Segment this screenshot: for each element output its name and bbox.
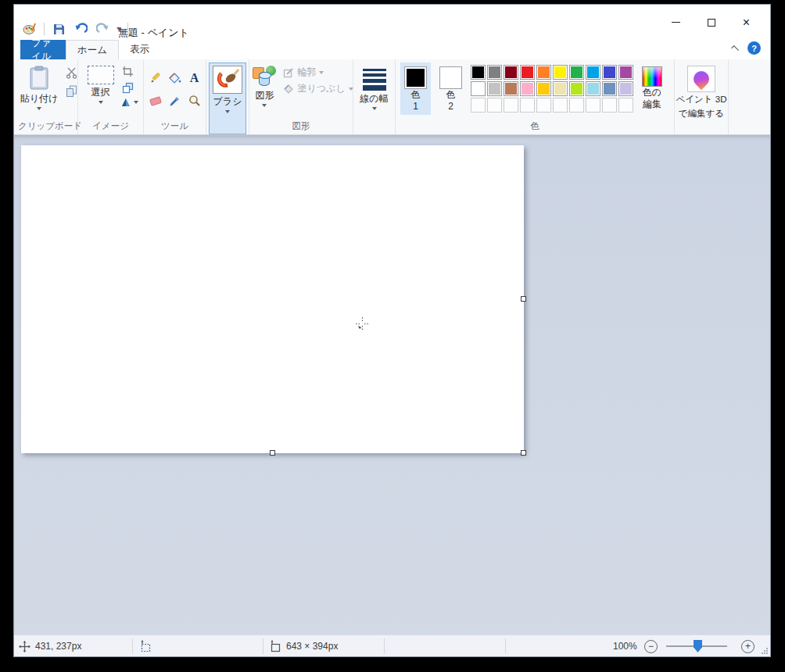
palette-swatch-empty[interactable] bbox=[520, 98, 535, 113]
dropdown-arrow-icon bbox=[262, 104, 267, 107]
paint3d-group: ペイント 3D で編集する bbox=[675, 59, 729, 134]
dropdown-arrow-icon bbox=[225, 110, 230, 113]
window-title: 無題 - ペイント bbox=[118, 26, 189, 40]
palette-swatch-empty[interactable] bbox=[586, 98, 600, 113]
select-button[interactable]: 選択 bbox=[84, 63, 118, 120]
palette-swatch-empty[interactable] bbox=[471, 98, 486, 113]
canvas-resize-handle-right[interactable] bbox=[521, 296, 526, 302]
palette-swatch[interactable] bbox=[536, 81, 551, 96]
palette-swatch[interactable] bbox=[602, 65, 617, 80]
dropdown-arrow-icon bbox=[372, 107, 377, 110]
paste-label: 貼り付け bbox=[20, 92, 59, 105]
outline-icon bbox=[283, 67, 294, 78]
palette-swatch[interactable] bbox=[536, 65, 551, 80]
fill-tool-button[interactable] bbox=[166, 69, 184, 88]
palette-swatch[interactable] bbox=[586, 81, 600, 96]
eraser-tool-button[interactable] bbox=[146, 91, 164, 110]
palette-swatch[interactable] bbox=[553, 65, 568, 80]
canvas-size-icon bbox=[269, 640, 281, 652]
palette-swatch[interactable] bbox=[553, 81, 568, 96]
paint3d-button[interactable]: ペイント 3D で編集する bbox=[672, 63, 731, 134]
magnifier-tool-button[interactable] bbox=[185, 91, 203, 110]
colors-group: 色 1 色 2 色の 編集 bbox=[396, 59, 675, 134]
rotate-icon bbox=[120, 97, 132, 108]
redo-button[interactable] bbox=[95, 22, 110, 36]
palette-swatch[interactable] bbox=[602, 81, 617, 96]
paint3d-label-line2: で編集する bbox=[679, 108, 724, 120]
zoom-slider-thumb[interactable] bbox=[694, 640, 702, 652]
eraser-icon bbox=[149, 96, 161, 106]
paste-button[interactable]: 貼り付け bbox=[16, 63, 63, 120]
tab-view[interactable]: 表示 bbox=[119, 40, 160, 59]
palette-swatch-empty[interactable] bbox=[618, 98, 633, 113]
palette-swatch-empty[interactable] bbox=[487, 98, 502, 113]
palette-swatch[interactable] bbox=[520, 81, 535, 96]
color1-button[interactable]: 色 1 bbox=[400, 63, 431, 115]
palette-swatch-empty[interactable] bbox=[504, 98, 518, 113]
undo-button[interactable] bbox=[73, 22, 88, 36]
line-width-button[interactable]: 線の幅 bbox=[356, 63, 392, 134]
palette-swatch[interactable] bbox=[618, 81, 633, 96]
dropdown-arrow-icon bbox=[134, 101, 138, 104]
save-button[interactable] bbox=[51, 22, 66, 36]
copy-button[interactable] bbox=[63, 84, 79, 98]
drawing-canvas[interactable] bbox=[21, 145, 524, 453]
desktop-background: 無題 - ペイント × ファイル ホーム 表示 ? 貼 bbox=[0, 0, 785, 672]
shapes-button[interactable]: 図形 bbox=[249, 63, 280, 120]
zoom-out-button[interactable]: − bbox=[644, 640, 658, 653]
palette-swatch-empty[interactable] bbox=[553, 98, 568, 113]
shape-fill-button[interactable]: 塗りつぶし bbox=[283, 82, 353, 95]
shape-outline-button[interactable]: 輪郭 bbox=[283, 66, 353, 79]
palette-swatch-empty[interactable] bbox=[536, 98, 551, 113]
zoom-in-button[interactable]: + bbox=[741, 640, 755, 653]
palette-swatch[interactable] bbox=[520, 65, 535, 80]
clipboard-group-label: クリップボード bbox=[18, 120, 77, 134]
palette-swatch-empty[interactable] bbox=[569, 98, 584, 113]
quick-access-toolbar bbox=[22, 22, 128, 36]
palette-swatch[interactable] bbox=[569, 65, 584, 80]
color2-label-top: 色 bbox=[446, 89, 456, 101]
zoom-slider[interactable] bbox=[666, 645, 727, 647]
resize-button[interactable] bbox=[120, 80, 136, 95]
paint3d-label-line1: ペイント 3D bbox=[676, 94, 727, 106]
fill-style-icon bbox=[283, 84, 294, 95]
close-icon: × bbox=[743, 16, 750, 29]
line-width-group: 線の幅 bbox=[353, 59, 396, 134]
brushes-button[interactable]: ブラシ bbox=[209, 63, 246, 134]
shapes-group: 図形 輪郭 塗りつぶし bbox=[249, 59, 353, 134]
palette-swatch[interactable] bbox=[487, 81, 502, 96]
palette-swatch-empty[interactable] bbox=[602, 98, 617, 113]
tab-home[interactable]: ホーム bbox=[66, 40, 119, 59]
maximize-button[interactable] bbox=[694, 5, 729, 40]
tab-file[interactable]: ファイル bbox=[20, 40, 66, 59]
color2-button[interactable]: 色 2 bbox=[436, 63, 466, 115]
palette-swatch[interactable] bbox=[586, 65, 600, 80]
help-button[interactable]: ? bbox=[747, 41, 761, 55]
palette-swatch[interactable] bbox=[504, 81, 518, 96]
color-picker-tool-button[interactable] bbox=[166, 91, 184, 110]
rotate-button[interactable] bbox=[120, 97, 138, 108]
maximize-icon bbox=[708, 19, 715, 27]
palette-swatch[interactable] bbox=[471, 65, 486, 80]
dropdown-arrow-icon bbox=[37, 107, 41, 110]
edit-colors-button[interactable]: 色の 編集 bbox=[638, 63, 666, 113]
resize-grip[interactable] bbox=[761, 647, 768, 654]
color2-label-bottom: 2 bbox=[448, 101, 453, 113]
canvas-resize-handle-bottom[interactable] bbox=[270, 450, 275, 456]
text-tool-button[interactable]: A bbox=[185, 69, 203, 88]
dropdown-arrow-icon bbox=[349, 88, 353, 91]
paint-window: 無題 - ペイント × ファイル ホーム 表示 ? 貼 bbox=[13, 4, 771, 657]
collapse-ribbon-icon[interactable] bbox=[731, 45, 739, 53]
palette-swatch[interactable] bbox=[487, 65, 502, 80]
cut-button[interactable] bbox=[63, 66, 79, 80]
image-group-label: イメージ bbox=[78, 120, 143, 134]
close-button[interactable]: × bbox=[729, 5, 764, 40]
pencil-tool-button[interactable] bbox=[146, 69, 164, 88]
crop-button[interactable] bbox=[120, 64, 136, 78]
palette-swatch[interactable] bbox=[569, 81, 584, 96]
palette-swatch[interactable] bbox=[471, 81, 486, 96]
palette-swatch[interactable] bbox=[618, 65, 633, 80]
palette-swatch[interactable] bbox=[504, 65, 518, 80]
minimize-button[interactable] bbox=[658, 5, 694, 40]
canvas-resize-handle-corner[interactable] bbox=[521, 450, 526, 456]
